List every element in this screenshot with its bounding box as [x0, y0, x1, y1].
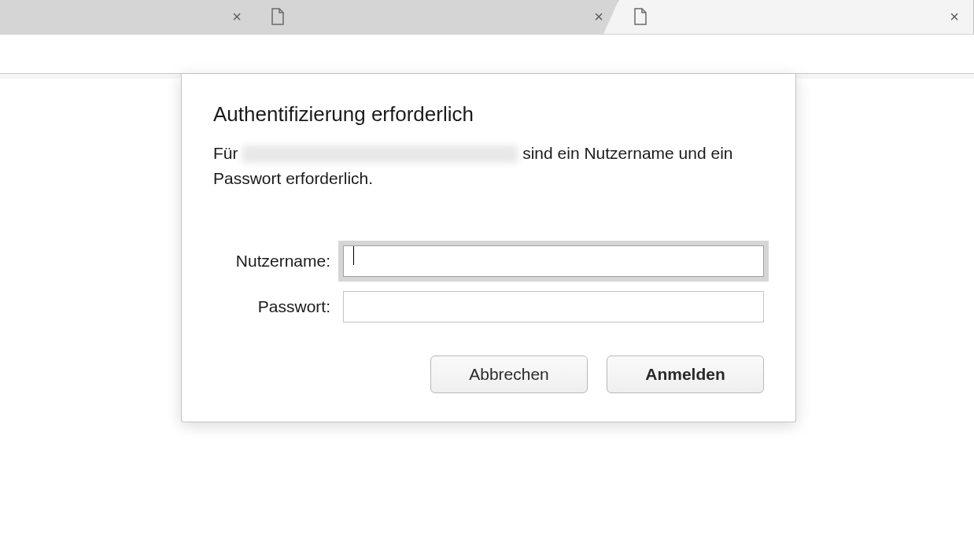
password-row: Passwort:: [213, 291, 764, 322]
submit-button[interactable]: Anmelden: [607, 356, 764, 393]
password-input[interactable]: [343, 291, 764, 322]
file-icon: [633, 8, 647, 25]
password-label: Passwort:: [213, 297, 343, 316]
http-auth-dialog: Authentifizierung erforderlich Für sind …: [181, 74, 796, 422]
close-icon[interactable]: ×: [946, 6, 962, 28]
dialog-message: Für sind ein Nutzername und ein Passwort…: [213, 141, 764, 190]
cancel-button[interactable]: Abbrechen: [430, 356, 588, 393]
dialog-title: Authentifizierung erforderlich: [213, 102, 764, 127]
browser-tab-3-active[interactable]: ×: [618, 0, 974, 34]
browser-tab-bar: × × ×: [0, 0, 974, 35]
browser-tab-1[interactable]: ×: [0, 0, 256, 34]
browser-tab-2[interactable]: ×: [256, 0, 618, 34]
page-content: Authentifizierung erforderlich Für sind …: [0, 74, 974, 560]
address-bar-region: [0, 35, 974, 74]
username-row: Nutzername:: [213, 245, 764, 277]
text-cursor: [353, 246, 354, 265]
file-icon: [271, 8, 285, 25]
username-label: Nutzername:: [213, 252, 343, 271]
dialog-message-prefix: Für: [213, 144, 242, 162]
dialog-button-row: Abbrechen Anmelden: [213, 356, 764, 393]
username-input[interactable]: [343, 245, 764, 277]
redacted-url: [242, 146, 518, 163]
